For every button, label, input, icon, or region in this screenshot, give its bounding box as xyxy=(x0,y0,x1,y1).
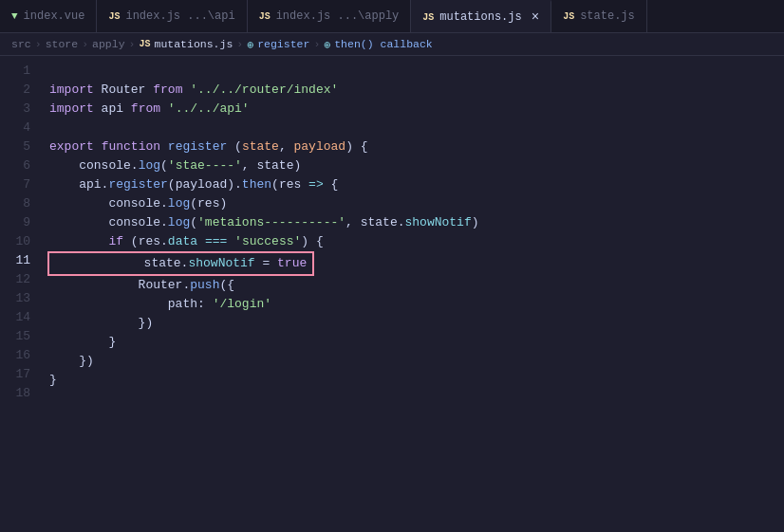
code-line: Router.push({ xyxy=(49,276,784,295)
bc-func-icon: ⊕ xyxy=(247,38,253,51)
tab-label: state.js xyxy=(580,9,635,23)
code-line: export function register (state, payload… xyxy=(49,138,784,156)
code-line: state.showNotif = true xyxy=(49,251,784,276)
code-line: import api from '../../api' xyxy=(49,100,784,119)
bc-apply: apply xyxy=(92,38,125,50)
code-line: } xyxy=(49,333,784,352)
code-line: }) xyxy=(49,352,784,371)
bc-register: register xyxy=(257,38,309,50)
bc-sep: › xyxy=(129,38,136,50)
code-line: console.log('stae----', state) xyxy=(49,156,784,175)
code-line xyxy=(49,119,784,138)
tab-label: index.js ...\apply xyxy=(276,9,400,23)
tab-index-apply[interactable]: JS index.js ...\apply xyxy=(248,0,412,32)
vue-icon: ▼ xyxy=(11,10,18,22)
bc-src: src xyxy=(11,38,31,50)
bc-sep: › xyxy=(82,38,88,50)
code-line xyxy=(49,62,784,81)
code-line: api.register(payload).then(res => { xyxy=(49,175,784,194)
code-line xyxy=(49,390,784,409)
tab-label: index.js ...\api xyxy=(125,9,234,23)
tab-index-vue[interactable]: ▼ index.vue xyxy=(0,0,97,32)
tab-index-api[interactable]: JS index.js ...\api xyxy=(97,0,247,32)
bc-sep: › xyxy=(236,38,243,50)
js-icon: JS xyxy=(563,11,574,22)
bc-sep: › xyxy=(313,38,320,50)
bc-sep: › xyxy=(35,38,42,50)
code-line: path: '/login' xyxy=(49,295,784,314)
tab-label: mutations.js xyxy=(439,10,521,24)
code-line: }) xyxy=(49,314,784,333)
tab-label: index.vue xyxy=(24,9,85,23)
code-line: if (res.data === 'success') { xyxy=(49,232,784,251)
js-icon: JS xyxy=(108,11,120,22)
bc-mutations: mutations.js xyxy=(154,38,233,50)
code-line: console.log(res) xyxy=(49,194,784,213)
code-line: import Router from '../../router/index' xyxy=(49,81,784,100)
bc-store: store xyxy=(46,38,79,50)
js-icon: JS xyxy=(422,12,434,23)
bc-cb-icon: ⊕ xyxy=(324,38,330,51)
highlight-box: state.showNotif = true xyxy=(47,251,314,276)
code-area: 123456789101112131415161718 import Route… xyxy=(0,56,784,532)
tab-bar: ▼ index.vue JS index.js ...\api JS index… xyxy=(0,0,784,33)
tab-state[interactable]: JS state.js xyxy=(551,0,647,32)
breadcrumb: src › store › apply › JS mutations.js › … xyxy=(0,33,784,56)
tab-mutations[interactable]: JS mutations.js × xyxy=(411,0,551,32)
code-line: } xyxy=(49,371,784,390)
line-numbers: 123456789101112131415161718 xyxy=(0,56,40,532)
close-icon[interactable]: × xyxy=(532,9,539,25)
code-line: console.log('metaions----------', state.… xyxy=(49,213,784,232)
code-content[interactable]: import Router from '../../router/index'i… xyxy=(40,56,784,532)
bc-then-callback: then() callback xyxy=(334,38,433,50)
bc-js-icon: JS xyxy=(139,39,150,49)
js-icon: JS xyxy=(259,11,271,22)
